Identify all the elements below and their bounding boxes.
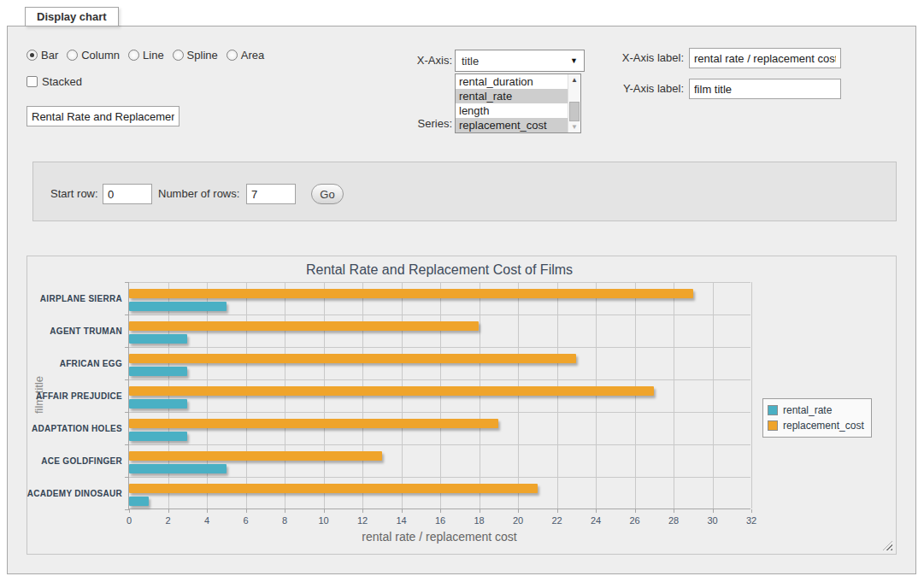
x-tick-mark [168,509,169,513]
x-tick-mark [596,509,597,513]
legend-label-replacement_cost: replacement_cost [783,420,864,432]
series-option-rental_duration[interactable]: rental_duration [456,74,580,89]
x-axis-select-label: X-Axis: [375,54,452,68]
bar-replacement_cost[interactable] [129,321,479,331]
legend-item-replacement_cost[interactable]: replacement_cost [768,418,864,433]
y-tick-mark [125,315,129,315]
radio-label-area: Area [241,49,264,62]
bar-rental_rate[interactable] [129,432,187,441]
y-tick-mark [125,444,129,445]
bar-replacement_cost[interactable] [129,419,498,428]
x-axis-select-value: title [462,55,479,68]
chart-legend: rental_ratereplacement_cost [762,398,872,438]
x-tick-label: 32 [739,515,764,526]
x-tick-label: 4 [194,515,220,526]
x-gridline [751,282,752,509]
page: Display chart BarColumnLineSplineArea St… [0,0,924,582]
listbox-scrollbar[interactable]: ▲ ▼ [568,74,580,132]
resize-grip-icon[interactable] [883,541,892,550]
x-tick-mark [324,509,325,513]
y-tick-mark [125,509,129,510]
scrollbar-thumb[interactable] [569,102,580,121]
dropdown-arrow-icon: ▼ [570,56,578,65]
x-tick-label: 10 [311,515,337,526]
legend-label-rental_rate: rental_rate [783,404,832,416]
x-axis-label-input[interactable] [689,48,841,68]
category-label: ADAPTATION HOLES [4,412,122,444]
scroll-up-icon[interactable]: ▲ [568,74,580,85]
legend-item-rental_rate[interactable]: rental_rate [768,403,864,418]
start-row-input[interactable] [103,184,152,204]
x-tick-label: 28 [661,515,686,526]
fieldset-legend: Display chart [25,7,119,26]
x-tick-label: 12 [350,515,375,526]
radio-line[interactable] [128,50,139,61]
bar-rental_rate[interactable] [129,367,187,376]
x-tick-mark [480,509,480,513]
radio-label-bar: Bar [41,49,58,62]
bar-replacement_cost[interactable] [129,484,538,493]
x-tick-label: 26 [622,515,648,526]
scroll-down-icon[interactable]: ▼ [568,121,580,132]
x-tick-label: 22 [544,515,570,526]
x-tick-mark [635,509,636,513]
x-tick-label: 20 [505,515,531,526]
number-of-rows-input[interactable] [246,184,296,204]
series-option-replacement_cost[interactable]: replacement_cost [456,118,580,132]
bar-rental_rate[interactable] [129,497,149,506]
bar-replacement_cost[interactable] [129,451,382,461]
bar-replacement_cost[interactable] [129,354,576,363]
series-option-rental_rate[interactable]: rental_rate [456,89,580,103]
chart-type-option-area: Area [227,49,264,62]
y-gridline [129,347,750,348]
radio-spline[interactable] [173,50,184,61]
x-axis-label-label: X-Axis label: [590,51,684,65]
y-gridline [129,315,750,315]
bar-rental_rate[interactable] [129,334,187,344]
stacked-row: Stacked [26,75,82,88]
chart-type-option-column: Column [67,49,120,62]
chart-type-radio-group: BarColumnLineSplineArea [26,48,268,62]
radio-bar[interactable] [26,50,38,61]
x-tick-mark [713,509,714,513]
x-tick-mark [362,509,363,513]
x-gridline [713,282,714,509]
series-options: rental_durationrental_ratelengthreplacem… [456,74,580,132]
go-button[interactable]: Go [311,184,344,204]
x-tick-label: 14 [389,515,415,526]
series-listbox[interactable]: rental_durationrental_ratelengthreplacem… [455,73,581,133]
x-tick-mark [402,509,403,513]
category-label: AGENT TRUMAN [4,315,122,347]
category-label: AFFAIR PREJUDICE [4,379,122,412]
chart-type-option-bar: Bar [26,49,58,62]
x-tick-label: 16 [427,515,453,526]
y-tick-mark [125,477,129,478]
bar-rental_rate[interactable] [129,302,227,311]
radio-label-spline: Spline [187,49,218,62]
bar-replacement_cost[interactable] [129,386,654,396]
y-tick-mark [125,412,129,413]
x-tick-mark [207,509,208,513]
bar-replacement_cost[interactable] [129,289,693,298]
x-gridline [674,282,674,509]
x-axis-select[interactable]: title ▼ [455,50,585,72]
category-label: ACE GOLDFINGER [4,444,122,477]
category-label: ACADEMY DINOSAUR [4,477,122,509]
y-gridline [129,282,750,283]
bar-rental_rate[interactable] [129,399,187,409]
radio-area[interactable] [227,50,238,61]
stacked-checkbox[interactable] [26,76,38,87]
series-option-length[interactable]: length [456,103,580,118]
number-of-rows-label: Number of rows: [158,186,239,202]
x-tick-mark [557,509,558,513]
chart-type-option-spline: Spline [173,49,218,62]
x-tick-label: 30 [700,515,726,526]
y-tick-mark [125,379,129,380]
x-tick-mark [440,509,441,513]
radio-column[interactable] [67,50,78,61]
bar-rental_rate[interactable] [129,464,227,473]
x-tick-label: 0 [116,515,142,526]
chart-title-input[interactable] [26,106,180,126]
x-tick-label: 6 [233,515,259,526]
y-axis-label-input[interactable] [689,79,841,99]
